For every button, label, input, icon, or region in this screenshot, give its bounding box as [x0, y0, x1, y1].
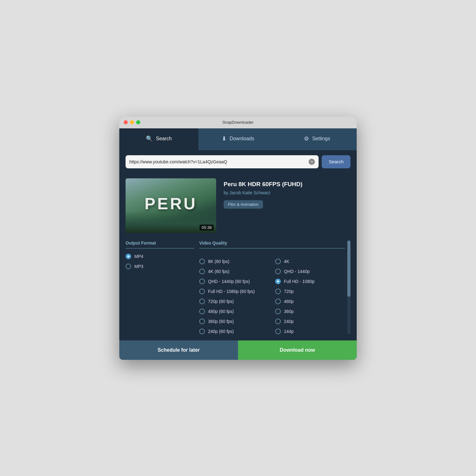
- quality-720p-label: 720p: [284, 289, 294, 294]
- nav-bar: 🔍 Search ⬇ Downloads ⚙ Settings: [119, 128, 357, 150]
- quality-4k-label: 4K: [284, 259, 289, 264]
- video-info-row: PERU 05:38 Peru 8K HDR 60FPS (FUHD) by J…: [126, 178, 350, 233]
- quality-144p-radio[interactable]: [275, 329, 281, 334]
- quality-360p-radio[interactable]: [275, 309, 281, 314]
- quality-360p[interactable]: 360p: [275, 309, 345, 314]
- quality-480p60-radio[interactable]: [199, 309, 205, 314]
- quality-8k60-label: 8K (60 fps): [208, 259, 229, 264]
- quality-8k60[interactable]: 8K (60 fps): [199, 259, 269, 264]
- quality-qhd60[interactable]: QHD - 1440p (60 fps): [199, 279, 269, 284]
- quality-4k[interactable]: 4K: [275, 259, 345, 264]
- tab-search[interactable]: 🔍 Search: [119, 128, 198, 150]
- format-mp3-radio[interactable]: [126, 264, 131, 269]
- quality-4k-radio[interactable]: [275, 259, 281, 264]
- quality-480p-label: 480p: [284, 299, 294, 304]
- tab-settings-label: Settings: [312, 136, 330, 141]
- quality-fhd-radio[interactable]: [275, 279, 281, 284]
- search-bar-section: × Search: [119, 150, 357, 173]
- search-nav-icon: 🔍: [146, 135, 153, 142]
- scrollbar-track[interactable]: [347, 240, 350, 334]
- quality-480p[interactable]: 480p: [275, 299, 345, 304]
- quality-4k60[interactable]: 4K (60 fps): [199, 269, 269, 274]
- quality-144p-label: 144p: [284, 329, 294, 334]
- thumbnail: PERU 05:38: [126, 178, 216, 233]
- minimize-button[interactable]: [130, 120, 134, 124]
- app-window: SnapDownloader 🔍 Search ⬇ Downloads ⚙ Se…: [119, 117, 357, 360]
- quality-qhd60-radio[interactable]: [199, 279, 205, 284]
- quality-240p60-radio[interactable]: [199, 329, 205, 334]
- video-title: Peru 8K HDR 60FPS (FUHD): [224, 181, 350, 188]
- quality-720p60-radio[interactable]: [199, 299, 205, 304]
- search-button[interactable]: Search: [322, 155, 350, 168]
- download-button[interactable]: Download now: [238, 340, 357, 360]
- quality-240p60[interactable]: 240p (60 fps): [199, 329, 269, 334]
- format-mp4-label: MP4: [134, 254, 143, 259]
- quality-left-options: 8K (60 fps) 4K (60 fps) QHD - 1440p (60 …: [199, 259, 269, 334]
- url-input[interactable]: [129, 159, 309, 164]
- footer: Schedule for later Download now: [119, 340, 357, 360]
- quality-240p60-label: 240p (60 fps): [208, 329, 234, 334]
- quality-qhd[interactable]: QHD - 1440p: [275, 269, 345, 274]
- format-mp4-option[interactable]: MP4: [126, 254, 194, 259]
- quality-240p[interactable]: 240p: [275, 319, 345, 324]
- quality-columns: Video Quality 8K (60 fps): [199, 240, 345, 334]
- category-badge: Film & Animation: [224, 200, 263, 209]
- tab-downloads[interactable]: ⬇ Downloads: [198, 128, 277, 150]
- tab-settings[interactable]: ⚙ Settings: [278, 128, 357, 150]
- scrollbar-thumb[interactable]: [347, 240, 350, 297]
- schedule-button[interactable]: Schedule for later: [119, 340, 238, 360]
- quality-360p60-label: 360p (60 fps): [208, 319, 234, 324]
- content-area: PERU 05:38 Peru 8K HDR 60FPS (FUHD) by J…: [119, 173, 357, 340]
- url-input-wrapper: ×: [126, 155, 319, 168]
- video-duration: 05:38: [200, 225, 214, 231]
- quality-qhd60-label: QHD - 1440p (60 fps): [208, 279, 250, 284]
- quality-480p-radio[interactable]: [275, 299, 281, 304]
- quality-144p[interactable]: 144p: [275, 329, 345, 334]
- quality-qhd-label: QHD - 1440p: [284, 269, 310, 274]
- output-format-options: MP4 MP3: [126, 254, 194, 269]
- video-quality-label: Video Quality: [199, 240, 345, 249]
- output-format-label: Output Format: [126, 240, 194, 249]
- quality-240p-label: 240p: [284, 319, 294, 324]
- quality-720p60[interactable]: 720p (60 fps): [199, 299, 269, 304]
- quality-fhd60-radio[interactable]: [199, 289, 205, 294]
- quality-240p-radio[interactable]: [275, 319, 281, 324]
- quality-fhd60-label: Full HD - 1080p (60 fps): [208, 289, 255, 294]
- quality-8k60-radio[interactable]: [199, 259, 205, 264]
- quality-fhd60[interactable]: Full HD - 1080p (60 fps): [199, 289, 269, 294]
- quality-4k60-radio[interactable]: [199, 269, 205, 274]
- quality-grid: 8K (60 fps) 4K (60 fps) QHD - 1440p (60 …: [199, 254, 345, 334]
- quality-fhd-label: Full HD - 1080p: [284, 279, 315, 284]
- video-meta: Peru 8K HDR 60FPS (FUHD) by Jacob Katie …: [224, 178, 350, 233]
- quality-fhd[interactable]: Full HD - 1080p: [275, 279, 345, 284]
- quality-720p-radio[interactable]: [275, 289, 281, 294]
- quality-720p60-label: 720p (60 fps): [208, 299, 234, 304]
- format-mp3-option[interactable]: MP3: [126, 264, 194, 269]
- quality-360p60[interactable]: 360p (60 fps): [199, 319, 269, 324]
- downloads-nav-icon: ⬇: [222, 135, 226, 142]
- traffic-lights: [124, 120, 140, 124]
- app-title: SnapDownloader: [222, 120, 254, 125]
- maximize-button[interactable]: [136, 120, 140, 124]
- quality-right-options: 4K QHD - 1440p Full HD - 1080p: [275, 259, 345, 334]
- quality-360p-label: 360p: [284, 309, 294, 314]
- quality-720p[interactable]: 720p: [275, 289, 345, 294]
- clear-button[interactable]: ×: [309, 159, 315, 165]
- tab-downloads-label: Downloads: [230, 136, 254, 141]
- video-author: by Jacob Katie Schwarz: [224, 190, 350, 195]
- quality-480p60-label: 480p (60 fps): [208, 309, 234, 314]
- format-mp3-label: MP3: [134, 264, 143, 269]
- quality-360p60-radio[interactable]: [199, 319, 205, 324]
- quality-qhd-radio[interactable]: [275, 269, 281, 274]
- quality-480p60[interactable]: 480p (60 fps): [199, 309, 269, 314]
- thumbnail-peru-text: PERU: [145, 194, 197, 213]
- video-quality-section: Video Quality 8K (60 fps): [199, 240, 350, 334]
- settings-nav-icon: ⚙: [304, 135, 309, 142]
- quality-left-col: 8K (60 fps) 4K (60 fps) QHD - 1440p (60 …: [199, 254, 269, 334]
- quality-4k60-label: 4K (60 fps): [208, 269, 229, 274]
- format-mp4-radio[interactable]: [126, 254, 131, 259]
- options-row: Output Format MP4 MP3 Video Quality: [126, 240, 350, 334]
- close-button[interactable]: [124, 120, 128, 124]
- output-format-section: Output Format MP4 MP3: [126, 240, 194, 334]
- tab-search-label: Search: [156, 136, 172, 141]
